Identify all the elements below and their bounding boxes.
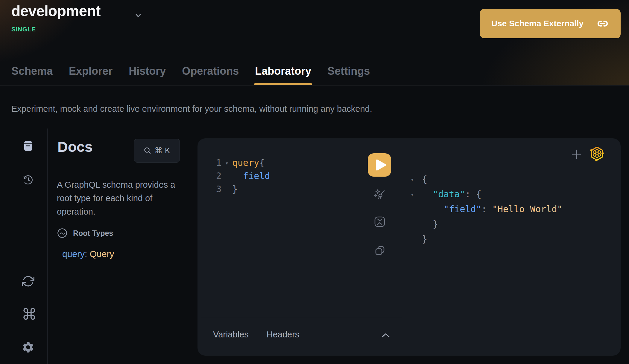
execute-query-button[interactable] — [368, 153, 391, 177]
root-types-label: Root Types — [73, 229, 113, 238]
page-subtitle: Experiment, mock and create live environ… — [11, 104, 372, 114]
tab-operations[interactable]: Operations — [182, 65, 239, 85]
nav-tabs: Schema Explorer History Operations Labor… — [11, 65, 370, 85]
docs-description-line: root type for each kind of — [57, 192, 175, 205]
response-line: ▾ { — [411, 172, 563, 187]
root-type-name[interactable]: query — [62, 249, 85, 259]
code-line: 1 ▾ query{ — [213, 156, 270, 169]
response-text: } — [422, 217, 438, 232]
plus-icon — [571, 149, 582, 160]
fold-spacer — [411, 202, 422, 217]
gear-icon — [22, 341, 35, 354]
root-types-section: Root Types — [57, 228, 113, 238]
code-text: field — [232, 169, 270, 183]
tab-settings[interactable]: Settings — [327, 65, 370, 85]
merge-icon — [373, 215, 386, 228]
fold-spacer — [221, 183, 232, 196]
collapse-editor-tools-button[interactable] — [381, 333, 390, 339]
fold-spacer — [411, 217, 422, 232]
header: development SINGLE Use Schema Externally… — [0, 0, 629, 85]
docs-title: Docs — [57, 139, 92, 155]
sidebar-item-docs[interactable] — [22, 140, 34, 153]
code-line: 3 } — [213, 183, 270, 196]
tab-headers[interactable]: Headers — [267, 330, 300, 339]
root-type-query: query: Query — [62, 249, 114, 259]
command-icon: ⌘ — [22, 306, 37, 323]
hive-logo-icon — [589, 146, 605, 162]
tab-explorer[interactable]: Explorer — [69, 65, 113, 85]
root-type-value[interactable]: Query — [90, 249, 114, 259]
response-line: "field": "Hello World" — [411, 202, 563, 217]
book-icon — [22, 140, 34, 152]
code-line: 2 field — [213, 169, 270, 183]
copy-query-button[interactable] — [374, 245, 386, 258]
editor-divider — [201, 318, 402, 318]
line-number: 1 — [213, 156, 221, 169]
tab-laboratory[interactable]: Laboratory — [255, 65, 311, 85]
tab-schema[interactable]: Schema — [11, 65, 53, 85]
hive-logo-button[interactable] — [589, 146, 605, 163]
editor-bottom-tabs: Variables Headers — [213, 330, 299, 339]
target-selector-dropdown[interactable] — [134, 11, 142, 20]
chevron-up-icon — [381, 333, 390, 338]
play-icon — [368, 153, 391, 177]
sidebar-divider — [47, 129, 48, 364]
response-text: { — [422, 172, 427, 187]
response-line: } — [411, 232, 563, 247]
line-number: 3 — [213, 183, 221, 196]
prettify-button[interactable] — [373, 188, 387, 203]
history-clock-icon — [22, 173, 35, 186]
status-badge: SINGLE — [11, 26, 36, 33]
docs-search-button[interactable]: ⌘ K — [134, 139, 180, 163]
sidebar-item-reload-schema[interactable] — [22, 275, 34, 289]
fold-icon[interactable]: ▾ — [411, 172, 422, 187]
link-icon — [596, 18, 609, 29]
chevron-down-icon — [134, 11, 142, 20]
search-icon — [144, 147, 151, 155]
code-text: } — [232, 183, 238, 196]
graphiql-panel: 1 ▾ query{ 2 field 3 } — [197, 138, 621, 356]
sidebar-item-settings[interactable] — [22, 341, 35, 355]
merge-fragments-button[interactable] — [373, 215, 386, 229]
laboratory-page: development SINGLE Use Schema Externally… — [0, 0, 629, 364]
fold-spacer — [411, 232, 422, 247]
sidebar-item-shortcuts[interactable]: ⌘ — [22, 307, 37, 322]
page-title: development — [11, 2, 100, 20]
add-tab-button[interactable] — [571, 149, 582, 161]
response-line: ▾ "data": { — [411, 187, 563, 202]
refresh-icon — [22, 275, 34, 287]
response-text: "data": { — [422, 187, 481, 202]
fold-spacer — [221, 169, 232, 183]
use-schema-externally-label: Use Schema Externally — [491, 19, 584, 28]
docs-description-line: A GraphQL schema provides a — [57, 178, 175, 192]
tab-variables[interactable]: Variables — [213, 330, 249, 339]
response-line: } — [411, 217, 563, 232]
search-shortcut-label: ⌘ K — [154, 146, 170, 155]
magic-broom-icon — [373, 188, 387, 201]
fold-icon[interactable]: ▾ — [221, 156, 232, 169]
query-editor[interactable]: 1 ▾ query{ 2 field 3 } — [213, 156, 270, 196]
root-type-separator: : — [85, 249, 87, 259]
response-text: "field": "Hello World" — [422, 202, 563, 217]
use-schema-externally-button[interactable]: Use Schema Externally — [480, 9, 621, 38]
root-types-icon — [57, 228, 68, 238]
fold-icon[interactable]: ▾ — [411, 187, 422, 202]
tab-history[interactable]: History — [129, 65, 166, 85]
sidebar-item-history[interactable] — [22, 173, 35, 188]
response-text: } — [422, 232, 427, 247]
copy-icon — [374, 245, 386, 257]
response-viewer: ▾ { ▾ "data": { "field": "Hello World" }… — [411, 172, 563, 247]
docs-description: A GraphQL schema provides a root type fo… — [57, 178, 175, 218]
code-text: query{ — [232, 156, 265, 169]
line-number: 2 — [213, 169, 221, 183]
docs-description-line: operation. — [57, 205, 175, 218]
